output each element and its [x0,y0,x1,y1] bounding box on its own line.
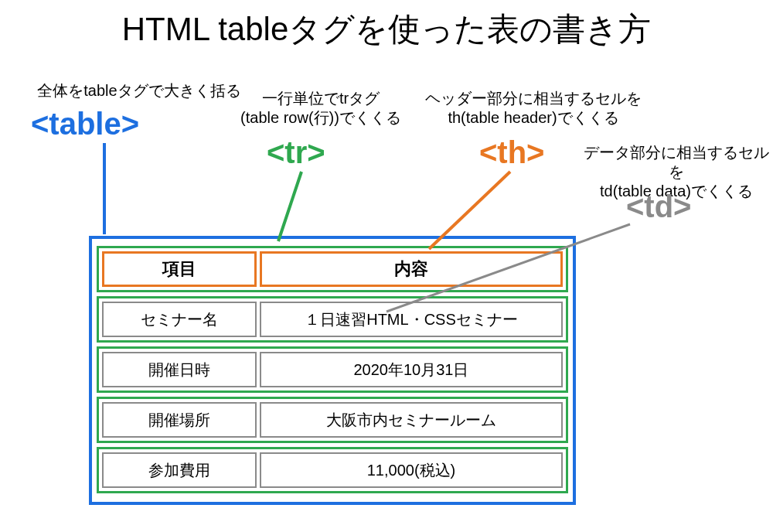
table-row: 開催場所 大阪市内セミナールーム [97,397,568,443]
td-cell-left: 開催日時 [102,352,257,387]
anno-th-tag: <th> [479,133,544,172]
td-cell-right: １日速習HTML・CSSセミナー [260,302,563,337]
table-row: 参加費用 11,000(税込) [97,447,568,493]
td-cell-right: 大阪市内セミナールーム [260,402,563,438]
td-cell-left: セミナー名 [102,302,257,337]
th-cell-right: 内容 [260,251,563,287]
svg-line-1 [278,172,301,241]
table-row: 開催日時 2020年10月31日 [97,346,568,393]
anno-td-tag: <td> [626,187,691,226]
td-cell-right: 11,000(税込) [260,452,563,488]
table-box: 項目 内容 セミナー名 １日速習HTML・CSSセミナー 開催日時 2020年1… [89,236,576,505]
anno-tr-tag: <tr> [267,133,325,172]
anno-th-text: ヘッダー部分に相当するセルを th(table header)でくくる [417,89,649,128]
td-cell-right: 2020年10月31日 [260,352,563,387]
td-cell-left: 開催場所 [102,402,257,438]
page-title: HTML tableタグを使った表の書き方 [0,8,773,51]
td-cell-left: 参加費用 [102,452,257,488]
anno-tr-text: 一行単位でtrタグ (table row(行))でくくる [236,89,406,128]
th-cell-left: 項目 [102,251,257,287]
anno-table-text: 全体をtableタグで大きく括る [31,81,247,101]
anno-table-tag: <table> [31,104,139,143]
table-row: セミナー名 １日速習HTML・CSSセミナー [97,296,568,343]
header-row: 項目 内容 [97,246,568,292]
